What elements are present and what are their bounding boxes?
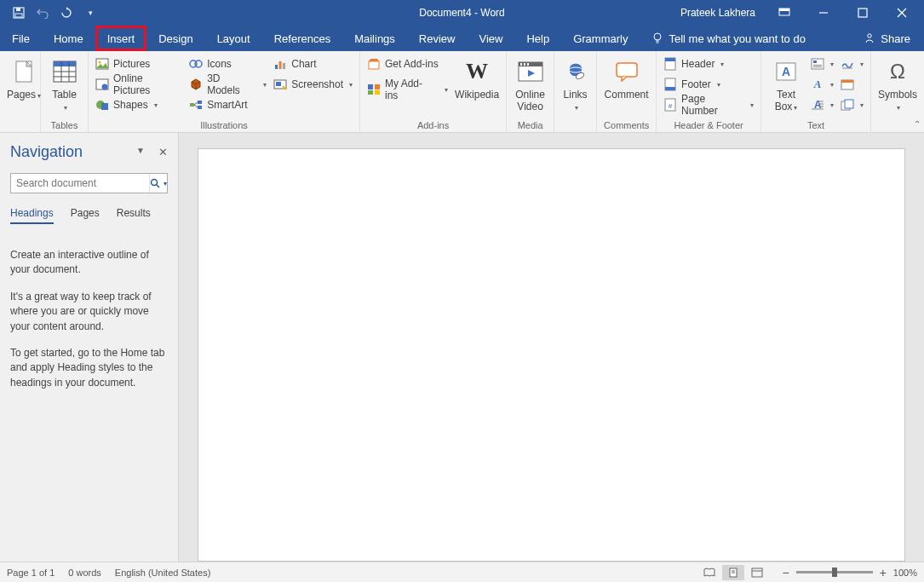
nav-options-icon[interactable]: ▼ xyxy=(136,146,145,158)
web-layout-icon[interactable] xyxy=(746,565,768,580)
collapse-ribbon-icon[interactable]: ⌃ xyxy=(914,119,921,129)
close-icon[interactable] xyxy=(883,0,921,26)
datetime-button[interactable] xyxy=(841,75,864,94)
print-layout-icon[interactable] xyxy=(722,565,744,580)
wikipedia-button[interactable]: W Wikipedia xyxy=(455,55,499,101)
group-links: Links▾ xyxy=(554,51,597,132)
cube-icon xyxy=(189,78,203,91)
online-pictures-button[interactable]: Online Pictures xyxy=(95,75,182,94)
document-page[interactable] xyxy=(198,148,905,562)
online-video-button[interactable]: OnlineVideo xyxy=(514,55,547,113)
tab-layout[interactable]: Layout xyxy=(205,26,262,51)
icons-button[interactable]: Icons xyxy=(189,55,267,73)
tab-insert[interactable]: Insert xyxy=(95,26,147,51)
tab-help[interactable]: Help xyxy=(514,26,561,51)
table-button[interactable]: Table▾ xyxy=(48,55,81,113)
navigation-pane: Navigation ▼ ✕ ▾ Headings Pages Results … xyxy=(0,133,179,562)
wordart-button[interactable]: A▾ xyxy=(811,75,834,94)
svg-rect-45 xyxy=(520,63,522,66)
read-mode-icon[interactable] xyxy=(698,565,720,580)
shapes-icon xyxy=(95,98,109,112)
svg-rect-55 xyxy=(665,87,675,90)
signature-button[interactable]: ▾ xyxy=(841,55,864,73)
nav-tab-pages[interactable]: Pages xyxy=(71,207,100,224)
svg-point-23 xyxy=(102,84,108,90)
zoom-controls: − + 100% xyxy=(782,566,917,579)
get-addins-button[interactable]: Get Add-ins xyxy=(367,55,448,73)
nav-close-icon[interactable]: ✕ xyxy=(158,146,168,158)
group-media: OnlineVideo Media xyxy=(507,51,554,132)
qat-customize-icon[interactable]: ▾ xyxy=(80,3,100,23)
workspace: Navigation ▼ ✕ ▾ Headings Pages Results … xyxy=(0,133,924,562)
tab-review[interactable]: Review xyxy=(407,26,468,51)
wikipedia-icon: W xyxy=(463,58,491,85)
3d-models-button[interactable]: 3D Models▾ xyxy=(189,75,267,94)
footer-button[interactable]: Footer▾ xyxy=(663,75,754,94)
svg-rect-28 xyxy=(190,103,194,107)
zoom-in-button[interactable]: + xyxy=(880,566,887,579)
svg-line-32 xyxy=(194,105,198,107)
nav-help-text: Create an interactive outline of your do… xyxy=(10,248,168,390)
group-addins: Get Add-ins My Add-ins▾ W Wikipedia Add-… xyxy=(360,51,507,132)
pages-button[interactable]: Pages▾ xyxy=(7,55,41,101)
comment-button[interactable]: Comment xyxy=(604,55,649,101)
nav-tab-headings[interactable]: Headings xyxy=(10,207,54,224)
chart-button[interactable]: Chart xyxy=(273,55,353,73)
svg-rect-4 xyxy=(779,9,789,11)
search-input[interactable] xyxy=(11,174,149,193)
svg-rect-15 xyxy=(54,61,76,66)
quick-parts-button[interactable]: ▾ xyxy=(811,55,834,73)
page-number-button[interactable]: #Page Number▾ xyxy=(663,95,754,114)
ribbon-display-icon[interactable] xyxy=(766,0,803,26)
shapes-button[interactable]: Shapes▾ xyxy=(95,95,182,114)
header-button[interactable]: Header▾ xyxy=(663,55,754,73)
pictures-button[interactable]: Pictures xyxy=(95,55,182,73)
tab-mailings[interactable]: Mailings xyxy=(342,26,407,51)
search-button[interactable]: ▾ xyxy=(149,174,167,193)
tab-grammarly[interactable]: Grammarly xyxy=(561,26,640,51)
svg-rect-40 xyxy=(375,84,380,89)
tell-me[interactable]: Tell me what you want to do xyxy=(640,26,817,51)
status-words[interactable]: 0 words xyxy=(68,568,101,578)
ribbon-tabs: File Home Insert Design Layout Reference… xyxy=(0,26,924,51)
tab-references[interactable]: References xyxy=(262,26,342,51)
tab-view[interactable]: View xyxy=(467,26,514,51)
my-addins-button[interactable]: My Add-ins▾ xyxy=(367,80,448,99)
dropcap-button[interactable]: A▾ xyxy=(811,95,834,114)
maximize-icon[interactable] xyxy=(844,0,881,26)
svg-rect-60 xyxy=(812,59,824,69)
undo-icon[interactable] xyxy=(32,3,53,23)
view-buttons xyxy=(698,565,768,580)
links-button[interactable]: Links▾ xyxy=(561,55,589,113)
tab-file[interactable]: File xyxy=(0,26,42,51)
user-name[interactable]: Prateek Lakhera xyxy=(680,7,755,19)
smartart-button[interactable]: SmartArt xyxy=(189,95,267,114)
object-button[interactable]: ▾ xyxy=(841,95,864,114)
redo-icon[interactable] xyxy=(56,3,77,23)
share-button[interactable]: Share xyxy=(852,26,924,51)
ribbon: Pages▾ Table▾ Tables Pictures Online Pic… xyxy=(0,51,924,133)
status-language[interactable]: English (United States) xyxy=(115,568,211,578)
tab-design[interactable]: Design xyxy=(146,26,204,51)
svg-rect-2 xyxy=(16,8,20,11)
zoom-level[interactable]: 100% xyxy=(893,568,917,578)
chart-icon xyxy=(273,57,287,71)
svg-line-31 xyxy=(194,102,198,105)
group-label-addins: Add-ins xyxy=(367,118,499,130)
object-icon xyxy=(841,98,854,112)
zoom-out-button[interactable]: − xyxy=(782,566,789,579)
tab-home[interactable]: Home xyxy=(42,26,95,51)
zoom-slider[interactable] xyxy=(796,571,873,573)
icons-icon xyxy=(189,57,203,71)
nav-tab-results[interactable]: Results xyxy=(117,207,151,224)
status-page[interactable]: Page 1 of 1 xyxy=(7,568,55,578)
search-box[interactable]: ▾ xyxy=(10,173,168,193)
save-icon[interactable] xyxy=(9,3,29,23)
lightbulb-icon xyxy=(651,32,663,44)
symbols-button[interactable]: Ω Symbols▾ xyxy=(878,55,917,113)
text-box-button[interactable]: A TextBox▾ xyxy=(768,55,804,113)
minimize-icon[interactable] xyxy=(805,0,842,26)
header-icon xyxy=(663,57,677,71)
screenshot-button[interactable]: Screenshot▾ xyxy=(273,75,353,94)
group-header-footer: Header▾ Footer▾ #Page Number▾ Header & F… xyxy=(657,51,761,132)
